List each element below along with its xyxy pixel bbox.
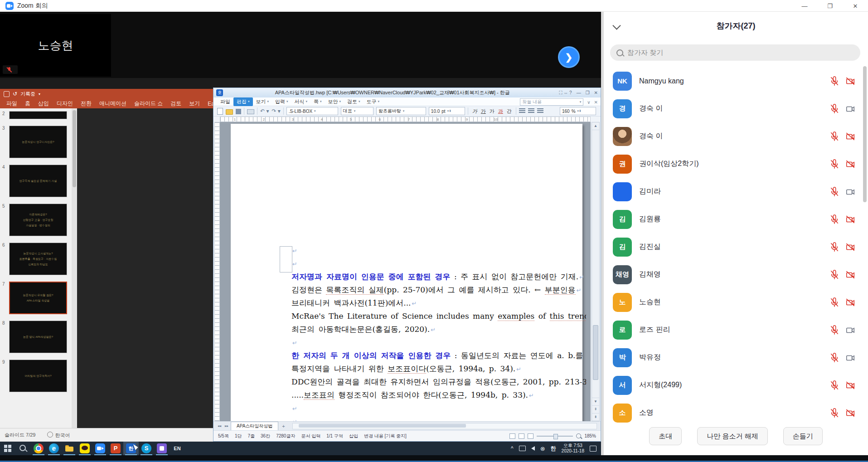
- menu-item[interactable]: 홈: [25, 100, 30, 107]
- panel-scrollbar[interactable]: [863, 66, 867, 202]
- participant-row[interactable]: 김미라: [604, 178, 868, 205]
- taskbar-app-icon[interactable]: [139, 442, 154, 455]
- menu-item[interactable]: 디자인: [57, 100, 73, 107]
- menu-item[interactable]: 파일: [6, 100, 17, 107]
- menu-item[interactable]: 애니메이션: [99, 100, 126, 107]
- rail-scrollbar[interactable]: [72, 108, 77, 428]
- hwp-menu-item[interactable]: 파일▾: [217, 97, 233, 106]
- participant-row[interactable]: 로 로즈 핀리: [604, 316, 868, 344]
- hwp-menu-item[interactable]: 서식▾: [291, 97, 311, 106]
- taskbar-app-icon[interactable]: [46, 442, 62, 455]
- hwp-maximize-button[interactable]: ❐: [586, 90, 590, 95]
- add-tab-button[interactable]: +: [279, 423, 287, 429]
- participant-row[interactable]: 김 김진실: [604, 233, 868, 261]
- taskbar-app-icon[interactable]: [0, 442, 15, 455]
- redo-icon[interactable]: ↷ ▾: [272, 108, 280, 114]
- participant-row[interactable]: 경 경숙 이: [604, 95, 868, 122]
- participant-row[interactable]: 채영 김채영: [604, 261, 868, 288]
- save-icon[interactable]: [236, 109, 241, 114]
- participant-search-input[interactable]: 참가자 찾기: [610, 44, 860, 61]
- find-expand-icon[interactable]: ∨: [587, 100, 590, 105]
- zoom-percent[interactable]: 185%: [584, 433, 596, 438]
- taskbar-app-icon[interactable]: [154, 442, 170, 455]
- undo-icon[interactable]: ↺: [13, 91, 17, 97]
- taskbar-app-icon[interactable]: EN: [170, 442, 185, 455]
- panel-footer-button[interactable]: 초대: [649, 427, 682, 445]
- slide-thumbnail[interactable]: 이론적배경은?선행연구 고찰 · 연구모형가설설정 · 변수정의: [9, 204, 67, 236]
- next-page-button[interactable]: ❯: [558, 46, 580, 68]
- taskbar-app-icon[interactable]: [92, 442, 108, 455]
- taskbar-app-icon[interactable]: [31, 442, 46, 455]
- zoom-slider[interactable]: [537, 436, 573, 437]
- participant-row[interactable]: 소 소영: [604, 399, 868, 427]
- volume-icon[interactable]: [531, 446, 535, 451]
- hwp-menu-item[interactable]: 검토▾: [344, 97, 364, 106]
- save-icon[interactable]: [4, 91, 10, 97]
- slide-thumbnail[interactable]: 논문작성시 조사설계는?표본추출 · 측정도구 · 자료수집신뢰도와 타당도: [9, 243, 67, 275]
- chevron-down-icon[interactable]: ▾: [39, 92, 40, 96]
- language-indicator[interactable]: 한: [551, 445, 556, 452]
- print-icon[interactable]: [247, 109, 254, 114]
- menu-item[interactable]: Ea: [208, 101, 213, 107]
- status-x-icon[interactable]: ⊗: [540, 445, 545, 452]
- network-icon[interactable]: [519, 446, 526, 451]
- participant-row[interactable]: 경숙 이: [604, 122, 868, 150]
- scroll-down-icon[interactable]: ▼: [592, 398, 599, 405]
- format-button[interactable]: 가: [471, 107, 479, 115]
- maximize-button[interactable]: ❐: [817, 0, 843, 12]
- new-document-icon[interactable]: [217, 108, 223, 115]
- clock[interactable]: 오후 7:53 2020-11-18: [562, 443, 584, 454]
- document-tab[interactable]: APA스타일작성법: [231, 422, 278, 430]
- style-dropdown[interactable]: .S-LIB-BOX▾: [286, 107, 338, 115]
- chevron-down-icon[interactable]: [612, 21, 621, 29]
- font-dropdown[interactable]: 함초롬바탕▾: [376, 107, 426, 115]
- hwp-menu-item[interactable]: 편집▾: [233, 97, 253, 106]
- hwp-menu-item[interactable]: 쪽▾: [310, 97, 325, 106]
- scroll-up-icon[interactable]: ▲: [592, 122, 599, 130]
- participant-row[interactable]: NK Namgyu kang: [604, 67, 868, 95]
- slide-thumbnail[interactable]: [9, 111, 67, 119]
- menu-item[interactable]: 슬라이드 쇼: [134, 100, 163, 107]
- hwp-minimize-button[interactable]: —: [577, 90, 581, 95]
- hwp-menu-item[interactable]: 도구▾: [364, 97, 383, 106]
- open-folder-icon[interactable]: [226, 109, 233, 115]
- slide-editor-area[interactable]: [77, 108, 213, 428]
- slide-thumbnail[interactable]: 논문작성시 연구디자인은?: [9, 126, 67, 158]
- view-mode-icon[interactable]: [509, 433, 515, 439]
- participant-row[interactable]: 김 김원룡: [604, 205, 868, 233]
- horizontal-scrollbar[interactable]: [292, 423, 597, 429]
- participant-row[interactable]: 박 박유정: [604, 344, 868, 371]
- tab-nav-back-icon[interactable]: ◂◂: [216, 424, 223, 428]
- hwp-menu-item[interactable]: 보기▾: [253, 97, 272, 106]
- find-close-icon[interactable]: ✕: [594, 100, 598, 105]
- hwp-close-button[interactable]: ✕: [594, 90, 598, 95]
- zoom-level-stepper[interactable]: 160%▾⬍: [560, 107, 596, 115]
- format-button[interactable]: 가: [480, 107, 487, 115]
- view-mode-icon[interactable]: [519, 433, 524, 439]
- document-page[interactable]: ↵ ↵ 저자명과 자료명이 인용문 중에 포함된 경우 : 주 표시 없이 참고…: [231, 124, 582, 421]
- taskbar-app-icon[interactable]: [108, 442, 123, 455]
- align-center-icon[interactable]: [537, 108, 543, 114]
- outline-dropdown[interactable]: 대표▾: [341, 107, 373, 115]
- menu-item[interactable]: 보기: [189, 100, 200, 107]
- slide-thumbnail[interactable]: 연구목적 필요성 문제제기 가설: [9, 165, 67, 197]
- tab-nav-forward-icon[interactable]: ▸▸: [223, 424, 230, 428]
- scrollbar-thumb[interactable]: [299, 424, 466, 428]
- hwp-menu-item[interactable]: 입력▾: [272, 97, 291, 106]
- format-button[interactable]: 과: [497, 107, 504, 115]
- document-text[interactable]: ↵ ↵ 저자명과 자료명이 인용문 중에 포함된 경우 : 주 표시 없이 참고…: [291, 244, 586, 421]
- page-up-icon[interactable]: ⇞: [592, 405, 599, 413]
- video-tile[interactable]: 노승현: [0, 14, 111, 77]
- participant-row[interactable]: 서 서지형(2499): [604, 371, 868, 399]
- menu-item[interactable]: 삽입: [38, 100, 49, 107]
- taskbar-app-icon[interactable]: [62, 442, 77, 455]
- format-button[interactable]: 간: [505, 107, 513, 115]
- menu-item[interactable]: 검토: [170, 100, 181, 107]
- align-justify-icon[interactable]: [519, 108, 525, 114]
- panel-footer-button[interactable]: 손들기: [783, 427, 823, 445]
- taskbar-app-icon[interactable]: [123, 442, 139, 455]
- format-button[interactable]: 가: [488, 107, 496, 115]
- participant-row[interactable]: 권 권이삭(임상2학기): [604, 150, 868, 178]
- magnifier-icon[interactable]: [576, 433, 581, 438]
- slide-thumbnail[interactable]: 논문 양식 APA작성법은?: [9, 321, 67, 353]
